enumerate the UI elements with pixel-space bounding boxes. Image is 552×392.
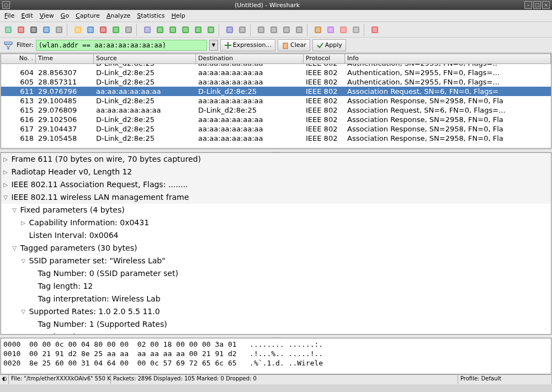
detail-row[interactable]: ▽ Supported Rates: 1.0 2.0 5.5 11.0 [1,305,551,318]
menu-analyze[interactable]: Analyze [103,11,134,20]
minimize-button[interactable]: – [524,1,532,9]
find-icon[interactable] [141,24,153,36]
close-icon[interactable] [97,24,109,36]
svg-rect-37 [259,28,263,32]
filter-icon[interactable] [2,39,14,51]
zoom-out-icon[interactable] [268,24,280,36]
maximize-button[interactable]: □ [533,1,541,9]
apply-button[interactable]: Apply [312,39,346,51]
packet-list-header[interactable]: No. . Time Source Destination Protocol I… [1,54,551,64]
detail-row[interactable]: ▽ IEEE 802.11 wireless LAN management fr… [1,191,551,204]
expand-icon[interactable] [29,293,35,305]
detail-row[interactable]: Tag length: 12 [1,280,551,293]
zoom-in-icon[interactable] [255,24,267,36]
detail-row[interactable]: ▷ IEEE 802.11 Association Request, Flags… [1,178,551,191]
app-menu-icon[interactable]: ○ [2,1,10,9]
detail-row[interactable]: Tag Number: 1 (Supported Rates) [1,318,551,331]
expand-icon[interactable] [29,319,35,331]
print-icon[interactable] [123,24,135,36]
detail-row[interactable]: ▷ Capability Information: 0x0431 [1,216,551,229]
packet-list-pane[interactable]: No. . Time Source Destination Protocol I… [1,54,551,149]
expand-icon[interactable]: ▷ [2,153,9,166]
capture-start-icon[interactable] [15,24,27,36]
back-icon[interactable] [154,24,166,36]
packet-row[interactable]: 60528.857311D-Link_d2:8e:25aa:aa:aa:aa:a… [1,77,551,87]
detail-row[interactable]: ▽ Fixed parameters (4 bytes) [1,204,551,216]
col-source: Source [94,54,196,63]
detail-row[interactable]: Tag length: 4 [1,331,551,335]
menu-statistics[interactable]: Statistics [134,11,168,20]
detail-row[interactable]: ▽ SSID parameter set: "Wireless Lab" [1,255,551,267]
menu-help[interactable]: Help [168,11,189,20]
packet-bytes-pane[interactable]: 0000 00 00 0c 00 04 80 00 00 02 00 18 00… [1,338,551,374]
resize-cols-icon[interactable] [293,24,305,36]
menu-edit[interactable]: Edit [18,11,36,20]
packet-row[interactable]: 60428.856307D-Link_d2:8e:25aa:aa:aa:aa:a… [1,68,551,77]
expand-icon[interactable] [20,230,26,242]
display-filters-icon[interactable] [325,24,337,36]
packet-row[interactable]: 61829.105458D-Link_d2:8e:25aa:aa:aa:aa:a… [1,134,551,143]
open-icon[interactable] [72,24,84,36]
packet-row[interactable]: 61529.076809aa:aa:aa:aa:aa:aaD-Link_d2:8… [1,105,551,115]
capture-filters-icon[interactable] [312,24,324,36]
svg-rect-29 [196,28,200,32]
svg-rect-15 [101,28,105,32]
goto-icon[interactable] [179,24,192,36]
detail-row[interactable]: ▽ Tagged parameters (30 bytes) [1,242,551,255]
colorize-icon[interactable] [224,24,236,36]
zoom-reset-icon[interactable] [280,24,293,36]
detail-row[interactable]: Tag interpretation: Wireless Lab [1,293,551,305]
autoscroll-icon[interactable] [236,24,248,36]
packet-details-pane[interactable]: ▷ Frame 611 (70 bytes on wire, 70 bytes … [1,152,551,335]
status-bar: ◐ File: "/tmp/etherXXXXkOAlv6" 550 K... … [0,374,552,384]
svg-rect-53 [373,28,377,32]
menu-capture[interactable]: Capture [72,11,103,20]
status-profile[interactable]: Profile: Default [458,375,552,384]
filter-dropdown[interactable]: ▼ [209,40,218,51]
expand-icon[interactable]: ▽ [11,204,18,216]
menu-file[interactable]: File [1,11,18,20]
expand-icon[interactable]: ▽ [11,242,18,255]
reload-icon[interactable] [110,24,122,36]
menu-view[interactable]: View [36,11,57,20]
expand-icon[interactable] [29,280,35,293]
detail-row[interactable]: ▷ Radiotap Header v0, Length 12 [1,166,551,178]
packet-row[interactable]: 61329.100485D-Link_d2:8e:25aa:aa:aa:aa:a… [1,96,551,105]
packet-row[interactable]: D-Link_d2:8e:25aa:aa:aa:aa:aa:aaIEEE 802… [1,64,551,68]
preferences-icon[interactable] [350,24,362,36]
coloring-rules-icon[interactable] [337,24,349,36]
save-icon[interactable] [84,24,97,36]
expand-icon[interactable]: ▽ [20,306,26,318]
detail-row[interactable]: Listen Interval: 0x0064 [1,229,551,242]
detail-row[interactable]: Tag Number: 0 (SSID parameter set) [1,267,551,280]
packet-row[interactable]: 61629.102506D-Link_d2:8e:25aa:aa:aa:aa:a… [1,115,551,124]
svg-rect-19 [126,28,131,32]
window-titlebar: ○ (Untitled) - Wireshark – □ × [0,0,552,10]
svg-rect-17 [114,28,118,32]
close-window-button[interactable]: × [542,1,550,9]
expand-icon[interactable]: ▷ [20,217,26,229]
interfaces-icon[interactable] [2,24,14,36]
packet-row[interactable]: 61129.076796aa:aa:aa:aa:aa:aaD-Link_d2:8… [1,87,551,96]
expert-info-icon[interactable]: ◐ [0,375,9,384]
expression-button[interactable]: Expression... [220,39,275,51]
last-icon[interactable] [205,24,217,36]
detail-row[interactable]: ▷ Frame 611 (70 bytes on wire, 70 bytes … [1,153,551,166]
expand-icon[interactable]: ▽ [20,255,26,267]
expand-icon[interactable]: ▷ [2,166,9,178]
help-icon[interactable] [369,24,381,36]
menu-go[interactable]: Go [57,11,72,20]
capture-restart-icon[interactable] [40,24,52,36]
clear-button[interactable]: Clear [278,39,310,51]
col-destination: Destination [196,54,304,63]
svg-rect-13 [88,28,93,32]
forward-icon[interactable] [167,24,179,36]
expand-icon[interactable] [29,268,35,280]
capture-stop-icon[interactable] [28,24,40,36]
expand-icon[interactable]: ▽ [2,192,9,204]
capture-options-icon[interactable] [53,24,65,36]
first-icon[interactable] [192,24,204,36]
filter-input[interactable] [36,40,207,51]
packet-row[interactable]: 61729.104437D-Link_d2:8e:25aa:aa:aa:aa:a… [1,124,551,134]
expand-icon[interactable]: ▷ [2,179,9,191]
